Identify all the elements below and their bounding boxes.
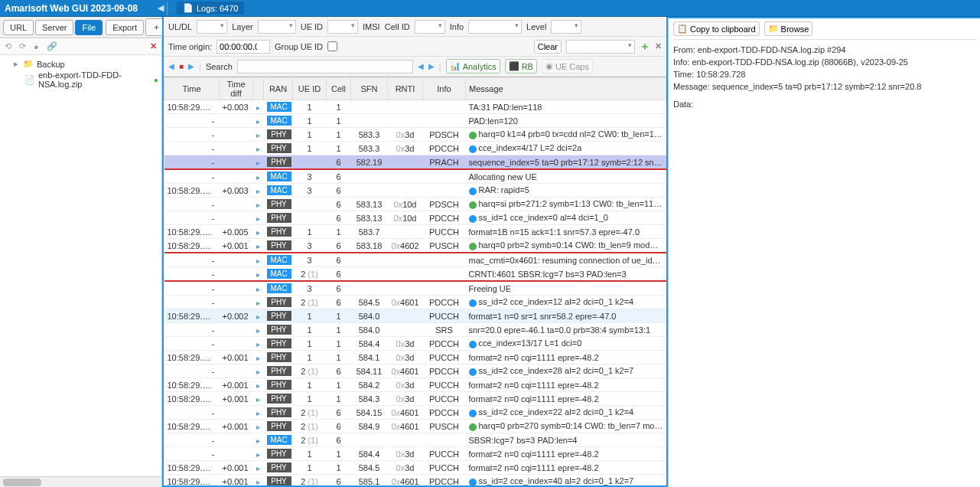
table-row[interactable]: 10:58:29.745+0.001▸PHY2 (1)6585.10x4601P…: [164, 475, 666, 486]
table-row[interactable]: 10:58:29.739+0.002▸PHY11584.0PUCCHformat…: [164, 309, 666, 323]
table-row[interactable]: -▸PHY6583.130x10dPDSCHharq=si prb=271:2 …: [164, 198, 666, 211]
browse-label: Browse: [781, 25, 809, 34]
plus-icon[interactable]: ＋: [640, 40, 650, 54]
table-row[interactable]: 10:58:29.744+0.001▸PHY11584.50x3dPUCCHfo…: [164, 461, 666, 475]
col-sfn[interactable]: SFN: [351, 78, 388, 100]
tree-folder-backup[interactable]: Backup: [12, 58, 160, 70]
copy-clipboard-button[interactable]: 📋 Copy to clipboard: [673, 21, 760, 36]
col-diff[interactable]: Time diff: [220, 78, 253, 100]
time-origin-input[interactable]: [217, 40, 270, 54]
level-select[interactable]: [551, 20, 581, 34]
table-row[interactable]: 10:58:29.731+0.003▸MAC36RAR: rapid=5: [164, 184, 666, 198]
clear-select[interactable]: [566, 40, 635, 54]
cell-ueid: 3: [293, 169, 327, 184]
cell-rnti: 0x10d: [388, 211, 423, 225]
cell-rnti: [388, 155, 423, 170]
export-button[interactable]: Export: [106, 20, 144, 35]
uldl-select[interactable]: [197, 20, 227, 34]
cell-diff: [220, 296, 253, 309]
browse-button[interactable]: 📁 Browse: [764, 21, 813, 36]
url-button[interactable]: URL: [3, 20, 34, 35]
cell-ueid: 1: [293, 351, 327, 364]
direction-icon: ▸: [253, 351, 264, 364]
table-row[interactable]: 10:58:29.743+0.001▸PHY2 (1)6584.90x4601P…: [164, 420, 666, 433]
search-next-icon[interactable]: ▶: [428, 62, 435, 70]
cell-sfn: 583.18: [351, 239, 388, 253]
refresh-icon[interactable]: ⟲: [5, 41, 11, 51]
col-cell[interactable]: Cell: [327, 78, 351, 100]
cell-time: -: [164, 253, 220, 267]
collapse-left-icon[interactable]: ◀: [158, 3, 164, 13]
layer-label: Layer: [232, 22, 253, 31]
table-row[interactable]: -▸PHY6582.19PRACHsequence_index=5 ta=0 p…: [164, 155, 666, 170]
col-msg[interactable]: Message: [466, 78, 666, 100]
nav-back-icon[interactable]: ◀: [168, 62, 174, 70]
cell-ueid: 2 (1): [293, 364, 327, 378]
nav-pause-icon[interactable]: ■: [179, 62, 184, 70]
table-row[interactable]: -▸MAC2 (1)6CRNTI:4601 SBSR:lcg=7 bs=3 PA…: [164, 267, 666, 282]
table-row[interactable]: -▸PHY2 (1)6584.150x4601PDCCHss_id=2 cce_…: [164, 406, 666, 420]
folder-icon: [23, 59, 34, 69]
table-row[interactable]: -▸PHY11584.40x3dPUCCHformat=2 n=0 cqi=11…: [164, 447, 666, 461]
table-row[interactable]: -▸MAC11PAD:len=120: [164, 114, 666, 128]
group-ueid-checkbox[interactable]: [327, 41, 337, 51]
table-row[interactable]: -▸MAC36Allocating new UE: [164, 169, 666, 184]
table-row[interactable]: -▸PHY11584.0SRSsnr=20.0 epre=-46.1 ta=0.…: [164, 323, 666, 337]
dot-icon[interactable]: ●: [34, 42, 39, 51]
table-row[interactable]: 10:58:29.742+0.001▸PHY11584.30x3dPUCCHfo…: [164, 392, 666, 406]
server-button[interactable]: Server: [35, 20, 73, 35]
tree-file[interactable]: enb-export-TDD-FDD-NSA.log.zip: [23, 70, 160, 90]
table-row[interactable]: 10:58:29.740+0.001▸PHY11584.10x3dPUCCHfo…: [164, 351, 666, 364]
col-time[interactable]: Time: [164, 78, 220, 100]
col-rnti[interactable]: RNTI: [388, 78, 423, 100]
cell-ran: PHY: [264, 155, 293, 170]
clear-button[interactable]: Clear: [534, 40, 562, 54]
cell-sfn: 584.9: [351, 420, 388, 433]
table-row[interactable]: -▸PHY11583.30x3dPDSCHharq=0 k1=4 prb=0 t…: [164, 128, 666, 142]
nav-fwd-icon[interactable]: ▶: [188, 62, 194, 70]
cell-rnti: 0x3d: [388, 461, 423, 475]
imsi-label: IMSI: [363, 22, 380, 31]
table-row[interactable]: 10:58:29.737+0.001▸PHY36583.180x4602PUSC…: [164, 239, 666, 253]
analytics-button[interactable]: 📊 Analytics: [446, 59, 500, 74]
table-row[interactable]: 10:58:29.728+0.003▸MAC11TA:31 PAD:len=11…: [164, 100, 666, 114]
cell-rnti: 0x3d: [388, 128, 423, 142]
expand-icon[interactable]: [14, 59, 20, 69]
x-icon[interactable]: ✕: [655, 41, 662, 51]
ueid-select[interactable]: [327, 20, 358, 34]
table-row[interactable]: -▸PHY6583.130x10dPDCCHss_id=1 cce_index=…: [164, 211, 666, 225]
table-row[interactable]: 10:58:29.741+0.001▸PHY11584.20x3dPUCCHfo…: [164, 378, 666, 392]
table-row[interactable]: -▸PHY2 (1)6584.50x4601PDCCHss_id=2 cce_i…: [164, 296, 666, 309]
table-row[interactable]: 10:58:29.736+0.005▸PHY11583.7PUCCHformat…: [164, 225, 666, 239]
rb-button[interactable]: ⬛ RB: [505, 59, 537, 74]
cell-ran: MAC: [264, 184, 293, 198]
close-icon[interactable]: ✕: [150, 41, 157, 51]
cell-info: [423, 100, 466, 114]
col-info[interactable]: Info: [423, 78, 466, 100]
tree-folder-label: Backup: [37, 60, 65, 69]
table-row[interactable]: -▸PHY11584.40x3dPDCCHcce_index=13/17 L=1…: [164, 337, 666, 351]
cell-msg: mac_crnti=0x4601: resuming connection of…: [466, 253, 666, 267]
cell-diff: [220, 267, 253, 282]
table-row[interactable]: -▸MAC2 (1)6SBSR:lcg=7 bs=3 PAD:len=4: [164, 433, 666, 447]
col-ran[interactable]: RAN: [264, 78, 293, 100]
refresh2-icon[interactable]: ⟳: [19, 41, 26, 51]
cell-rnti: 0x4601: [388, 296, 423, 309]
col-ueid[interactable]: UE ID: [293, 78, 327, 100]
logs-tab[interactable]: 📄 Logs: 6470: [177, 2, 244, 15]
table-row[interactable]: -▸PHY11583.30x3dPDCCHcce_index=4/17 L=2 …: [164, 142, 666, 155]
layer-select[interactable]: [258, 20, 296, 34]
search-prev-icon[interactable]: ◀: [418, 62, 424, 70]
info-select[interactable]: [468, 20, 522, 34]
search-input[interactable]: [237, 60, 413, 74]
cell-info: PDCCH: [423, 142, 466, 155]
table-row[interactable]: -▸MAC36Freeing UE: [164, 281, 666, 296]
horizontal-scrollbar[interactable]: [0, 476, 161, 487]
cell-ran: PHY: [264, 351, 293, 364]
table-row[interactable]: -▸MAC36mac_crnti=0x4601: resuming connec…: [164, 253, 666, 267]
cellid-select[interactable]: [415, 20, 445, 34]
link-icon[interactable]: 🔗: [47, 41, 57, 51]
cell-time: 10:58:29.743: [164, 420, 220, 433]
file-button[interactable]: File: [75, 20, 103, 35]
table-row[interactable]: -▸PHY2 (1)6584.110x4601PDCCHss_id=2 cce_…: [164, 364, 666, 378]
